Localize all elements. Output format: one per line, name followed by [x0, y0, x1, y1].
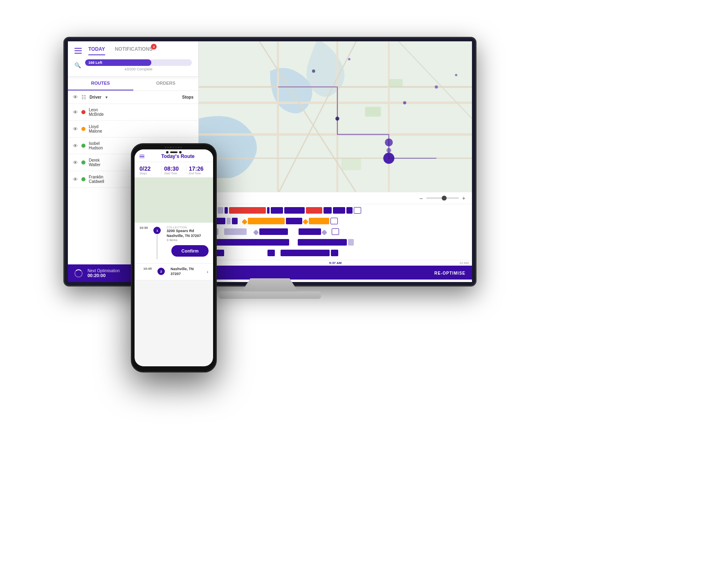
gantt-row-5	[202, 248, 469, 257]
zoom-slider[interactable]	[426, 197, 459, 199]
top-card: TODAY NOTIFICATIONS 2 🔍	[68, 41, 198, 77]
stops-label: Stops	[139, 172, 147, 175]
status-dot-green	[81, 177, 85, 181]
gantt-row-3	[202, 227, 469, 236]
driver-row-1[interactable]: 👁 LloydMalone	[68, 121, 198, 138]
monitor-bezel: TODAY NOTIFICATIONS 2 🔍	[63, 37, 476, 287]
svg-rect-20	[389, 79, 403, 87]
map-svg	[199, 41, 472, 192]
end-time-value: 17:26	[189, 165, 204, 172]
stop-arrow-icon-2: ›	[207, 270, 208, 274]
search-icon: 🔍	[74, 62, 81, 68]
re-optimise-bar: RE-OPTIMISE	[199, 266, 472, 280]
phone: SAMSUNG Today's Route 0/22	[131, 143, 217, 372]
monitor-stand-base	[219, 291, 321, 299]
svg-point-16	[455, 74, 457, 76]
status-dot-green	[81, 144, 85, 148]
phone-menu-icon[interactable]	[139, 155, 144, 158]
stops-value: 0/22	[139, 165, 151, 172]
visibility-icon: 👁	[73, 94, 78, 100]
stat-divider-2	[186, 166, 186, 174]
driver-row-0[interactable]: 👁 LeonMcBride	[68, 104, 198, 121]
stop-item-2: 10:45 2 Nashville, TN 37207 ›	[135, 264, 213, 280]
table-header: 👁 ☷ Driver ▼ Stops	[68, 91, 198, 104]
menu-icon[interactable]	[74, 48, 82, 54]
phone-screen: Today's Route 0/22 Stops 08:30 Start Tim…	[135, 149, 213, 366]
stat-end-time: 17:26 End Time	[189, 165, 208, 175]
stop-address-2: Nashville, TN 37207	[171, 267, 204, 276]
camera-lens-icon	[166, 151, 169, 153]
stop-time-1: 10:30	[139, 226, 148, 230]
stat-start-time: 08:30 Start Time	[164, 165, 183, 175]
tab-notifications[interactable]: NOTIFICATIONS 2	[115, 46, 153, 55]
stat-stops: 0/22 Stops	[139, 165, 159, 175]
status-dot-orange	[81, 127, 85, 131]
svg-point-10	[383, 153, 394, 164]
phone-map	[135, 178, 213, 223]
tab-today[interactable]: TODAY	[88, 46, 105, 55]
svg-point-18	[348, 58, 351, 61]
start-time-value: 08:30	[164, 165, 179, 172]
svg-point-11	[385, 138, 393, 146]
stop-items-1: 3 Items	[166, 238, 213, 242]
stops-column-header: Stops	[182, 95, 193, 99]
row-visibility-icon[interactable]: 👁	[73, 126, 78, 132]
map-area[interactable]	[199, 41, 472, 192]
status-dot-red	[81, 110, 85, 114]
monitor: TODAY NOTIFICATIONS 2 🔍	[63, 37, 476, 299]
phone-camera-area	[166, 151, 182, 153]
filter-icon: ☷	[81, 94, 86, 100]
stop-number-2: 2	[157, 268, 165, 275]
sort-caret-icon[interactable]: ▼	[105, 95, 108, 99]
row-visibility-icon[interactable]: 👁	[73, 160, 78, 166]
row-visibility-icon[interactable]: 👁	[73, 109, 78, 115]
driver-column-header: Driver	[90, 95, 101, 99]
stop-type-1: COLLECTION	[166, 226, 213, 229]
stop-time-2: 10:45	[144, 267, 152, 271]
gantt-row-1	[202, 206, 469, 215]
svg-line-9	[397, 41, 472, 119]
svg-point-17	[312, 70, 315, 73]
stat-divider-1	[161, 166, 162, 174]
progress-label: 43/200 Complete	[85, 67, 192, 71]
status-dot-green	[81, 160, 85, 165]
end-time-label: End Time	[189, 172, 201, 175]
gantt-row-4	[202, 238, 469, 247]
re-optimise-label[interactable]: RE-OPTIMISE	[434, 271, 465, 275]
zoom-in-button[interactable]: +	[462, 195, 465, 201]
gantt-header: – +	[199, 192, 472, 204]
gantt-row-2	[202, 217, 469, 226]
right-panel: – +	[199, 41, 472, 282]
phone-body: SAMSUNG Today's Route 0/22	[131, 143, 217, 372]
svg-point-13	[335, 117, 339, 121]
confirm-button[interactable]: Confirm	[171, 245, 208, 257]
countdown-timer: 00:20:00	[88, 273, 120, 278]
svg-rect-19	[365, 107, 381, 117]
time-label-current: 9:37 AM	[291, 261, 380, 265]
driver-name: LeonMcBride	[89, 108, 193, 117]
connector-line	[157, 235, 157, 259]
driver-name: LloydMalone	[89, 124, 193, 133]
tab-routes[interactable]: ROUTES	[68, 77, 133, 90]
spinner-icon	[74, 269, 83, 277]
sensor-icon	[179, 151, 182, 153]
monitor-screen: TODAY NOTIFICATIONS 2 🔍	[68, 41, 472, 282]
start-time-label: Start Time	[164, 172, 177, 175]
row-visibility-icon[interactable]: 👁	[73, 143, 78, 149]
svg-rect-21	[342, 158, 361, 170]
stop-info-2: Nashville, TN 37207	[171, 267, 204, 276]
progress-fill: 168 Left	[85, 59, 151, 66]
svg-point-12	[386, 148, 391, 153]
svg-point-15	[435, 86, 438, 89]
phone-title: Today's Route	[148, 153, 208, 159]
zoom-out-button[interactable]: –	[420, 195, 423, 201]
phone-brand-label: SAMSUNG	[165, 146, 183, 149]
phone-stats-row: 0/22 Stops 08:30 Start Time 17:26 End Ti…	[135, 162, 213, 178]
gantt-area: – +	[199, 192, 472, 282]
svg-point-14	[403, 101, 407, 104]
next-optimisation-label: Next Optimisation	[88, 268, 120, 273]
tab-orders[interactable]: ORDERS	[133, 77, 199, 90]
row-visibility-icon[interactable]: 👁	[73, 176, 78, 183]
stop-info-1: COLLECTION 3200 Spears RdNashville, TN 3…	[166, 226, 213, 260]
progress-container: 168 Left 43/200 Complete	[85, 59, 192, 71]
